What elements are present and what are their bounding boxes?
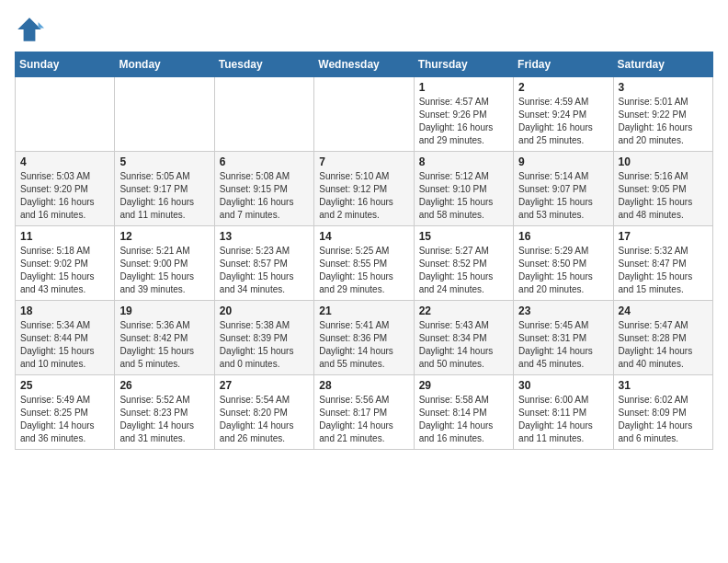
calendar-cell: 22Sunrise: 5:43 AM Sunset: 8:34 PM Dayli… xyxy=(414,301,513,375)
day-number: 16 xyxy=(518,230,608,243)
calendar-cell: 12Sunrise: 5:21 AM Sunset: 9:00 PM Dayli… xyxy=(115,226,214,301)
page-header xyxy=(15,15,713,44)
calendar-cell: 9Sunrise: 5:14 AM Sunset: 9:07 PM Daylig… xyxy=(514,152,613,226)
calendar-cell: 19Sunrise: 5:36 AM Sunset: 8:42 PM Dayli… xyxy=(115,301,214,375)
calendar-cell: 29Sunrise: 5:58 AM Sunset: 8:14 PM Dayli… xyxy=(414,375,513,450)
day-number: 6 xyxy=(220,155,309,168)
day-number: 15 xyxy=(419,230,508,243)
calendar-cell: 31Sunrise: 6:02 AM Sunset: 8:09 PM Dayli… xyxy=(613,375,712,450)
calendar-cell: 18Sunrise: 5:34 AM Sunset: 8:44 PM Dayli… xyxy=(16,301,115,375)
calendar-cell: 6Sunrise: 5:08 AM Sunset: 9:15 PM Daylig… xyxy=(214,152,313,226)
day-number: 9 xyxy=(518,155,608,168)
calendar-cell: 15Sunrise: 5:27 AM Sunset: 8:52 PM Dayli… xyxy=(414,226,513,301)
day-info: Sunrise: 5:41 AM Sunset: 8:36 PM Dayligh… xyxy=(319,319,408,371)
calendar-cell: 16Sunrise: 5:29 AM Sunset: 8:50 PM Dayli… xyxy=(514,226,613,301)
calendar-cell: 20Sunrise: 5:38 AM Sunset: 8:39 PM Dayli… xyxy=(214,301,313,375)
col-header-sunday: Sunday xyxy=(16,52,115,77)
day-number: 8 xyxy=(419,155,508,168)
day-number: 4 xyxy=(20,155,109,168)
col-header-tuesday: Tuesday xyxy=(214,52,313,77)
day-number: 22 xyxy=(419,304,508,317)
calendar-cell xyxy=(314,77,414,152)
calendar-header-row: SundayMondayTuesdayWednesdayThursdayFrid… xyxy=(16,52,713,77)
calendar-cell: 25Sunrise: 5:49 AM Sunset: 8:25 PM Dayli… xyxy=(16,375,115,450)
day-info: Sunrise: 5:12 AM Sunset: 9:10 PM Dayligh… xyxy=(419,170,508,222)
calendar-cell xyxy=(115,77,214,152)
calendar-body: 1Sunrise: 4:57 AM Sunset: 9:26 PM Daylig… xyxy=(16,77,713,450)
day-number: 28 xyxy=(319,379,408,392)
calendar-cell: 8Sunrise: 5:12 AM Sunset: 9:10 PM Daylig… xyxy=(414,152,513,226)
calendar-week-5: 25Sunrise: 5:49 AM Sunset: 8:25 PM Dayli… xyxy=(16,375,713,450)
calendar-week-1: 1Sunrise: 4:57 AM Sunset: 9:26 PM Daylig… xyxy=(16,77,713,152)
day-number: 29 xyxy=(419,379,508,392)
logo-icon xyxy=(15,15,44,44)
day-number: 14 xyxy=(319,230,408,243)
col-header-friday: Friday xyxy=(514,52,613,77)
calendar-cell: 27Sunrise: 5:54 AM Sunset: 8:20 PM Dayli… xyxy=(214,375,313,450)
day-info: Sunrise: 6:00 AM Sunset: 8:11 PM Dayligh… xyxy=(518,394,608,445)
day-info: Sunrise: 5:38 AM Sunset: 8:39 PM Dayligh… xyxy=(220,319,309,371)
day-info: Sunrise: 5:47 AM Sunset: 8:28 PM Dayligh… xyxy=(619,319,708,371)
day-number: 26 xyxy=(119,379,209,392)
day-info: Sunrise: 5:18 AM Sunset: 9:02 PM Dayligh… xyxy=(20,245,109,296)
day-info: Sunrise: 5:01 AM Sunset: 9:22 PM Dayligh… xyxy=(619,96,708,147)
day-info: Sunrise: 5:03 AM Sunset: 9:20 PM Dayligh… xyxy=(20,170,109,222)
calendar-cell xyxy=(214,77,313,152)
col-header-saturday: Saturday xyxy=(613,52,712,77)
day-info: Sunrise: 5:56 AM Sunset: 8:17 PM Dayligh… xyxy=(319,394,408,445)
day-info: Sunrise: 5:08 AM Sunset: 9:15 PM Dayligh… xyxy=(220,170,309,222)
day-number: 7 xyxy=(319,155,408,168)
day-info: Sunrise: 5:45 AM Sunset: 8:31 PM Dayligh… xyxy=(518,319,608,371)
day-info: Sunrise: 5:32 AM Sunset: 8:47 PM Dayligh… xyxy=(619,245,708,296)
day-number: 30 xyxy=(518,379,608,392)
day-number: 24 xyxy=(619,304,708,317)
day-info: Sunrise: 4:59 AM Sunset: 9:24 PM Dayligh… xyxy=(518,96,608,147)
day-number: 5 xyxy=(119,155,209,168)
calendar-cell: 14Sunrise: 5:25 AM Sunset: 8:55 PM Dayli… xyxy=(314,226,414,301)
day-info: Sunrise: 5:10 AM Sunset: 9:12 PM Dayligh… xyxy=(319,170,408,222)
calendar-cell: 4Sunrise: 5:03 AM Sunset: 9:20 PM Daylig… xyxy=(16,152,115,226)
col-header-thursday: Thursday xyxy=(414,52,513,77)
calendar-cell: 1Sunrise: 4:57 AM Sunset: 9:26 PM Daylig… xyxy=(414,77,513,152)
day-info: Sunrise: 5:49 AM Sunset: 8:25 PM Dayligh… xyxy=(20,394,109,445)
logo xyxy=(15,15,48,44)
calendar-week-4: 18Sunrise: 5:34 AM Sunset: 8:44 PM Dayli… xyxy=(16,301,713,375)
calendar-cell: 28Sunrise: 5:56 AM Sunset: 8:17 PM Dayli… xyxy=(314,375,414,450)
calendar-cell: 26Sunrise: 5:52 AM Sunset: 8:23 PM Dayli… xyxy=(115,375,214,450)
day-number: 11 xyxy=(20,230,109,243)
col-header-monday: Monday xyxy=(115,52,214,77)
day-info: Sunrise: 4:57 AM Sunset: 9:26 PM Dayligh… xyxy=(419,96,508,147)
calendar-cell: 10Sunrise: 5:16 AM Sunset: 9:05 PM Dayli… xyxy=(613,152,712,226)
day-number: 25 xyxy=(20,379,109,392)
day-info: Sunrise: 5:34 AM Sunset: 8:44 PM Dayligh… xyxy=(20,319,109,371)
calendar-cell: 17Sunrise: 5:32 AM Sunset: 8:47 PM Dayli… xyxy=(613,226,712,301)
day-info: Sunrise: 5:16 AM Sunset: 9:05 PM Dayligh… xyxy=(619,170,708,222)
calendar-cell: 24Sunrise: 5:47 AM Sunset: 8:28 PM Dayli… xyxy=(613,301,712,375)
day-number: 27 xyxy=(220,379,309,392)
calendar-week-2: 4Sunrise: 5:03 AM Sunset: 9:20 PM Daylig… xyxy=(16,152,713,226)
day-info: Sunrise: 5:23 AM Sunset: 8:57 PM Dayligh… xyxy=(220,245,309,296)
day-number: 1 xyxy=(419,81,508,94)
day-info: Sunrise: 5:14 AM Sunset: 9:07 PM Dayligh… xyxy=(518,170,608,222)
svg-marker-0 xyxy=(17,17,41,41)
calendar-cell: 2Sunrise: 4:59 AM Sunset: 9:24 PM Daylig… xyxy=(514,77,613,152)
day-number: 17 xyxy=(619,230,708,243)
day-info: Sunrise: 5:29 AM Sunset: 8:50 PM Dayligh… xyxy=(518,245,608,296)
day-number: 21 xyxy=(319,304,408,317)
day-number: 31 xyxy=(619,379,708,392)
day-info: Sunrise: 5:27 AM Sunset: 8:52 PM Dayligh… xyxy=(419,245,508,296)
calendar-cell: 11Sunrise: 5:18 AM Sunset: 9:02 PM Dayli… xyxy=(16,226,115,301)
day-info: Sunrise: 5:54 AM Sunset: 8:20 PM Dayligh… xyxy=(220,394,309,445)
day-number: 20 xyxy=(220,304,309,317)
day-info: Sunrise: 5:52 AM Sunset: 8:23 PM Dayligh… xyxy=(119,394,209,445)
day-info: Sunrise: 5:43 AM Sunset: 8:34 PM Dayligh… xyxy=(419,319,508,371)
day-info: Sunrise: 5:05 AM Sunset: 9:17 PM Dayligh… xyxy=(119,170,209,222)
day-number: 12 xyxy=(119,230,209,243)
day-number: 2 xyxy=(518,81,608,94)
day-number: 10 xyxy=(619,155,708,168)
calendar-cell: 30Sunrise: 6:00 AM Sunset: 8:11 PM Dayli… xyxy=(514,375,613,450)
calendar-cell: 23Sunrise: 5:45 AM Sunset: 8:31 PM Dayli… xyxy=(514,301,613,375)
calendar-week-3: 11Sunrise: 5:18 AM Sunset: 9:02 PM Dayli… xyxy=(16,226,713,301)
calendar-table: SundayMondayTuesdayWednesdayThursdayFrid… xyxy=(15,52,713,450)
calendar-cell: 13Sunrise: 5:23 AM Sunset: 8:57 PM Dayli… xyxy=(214,226,313,301)
